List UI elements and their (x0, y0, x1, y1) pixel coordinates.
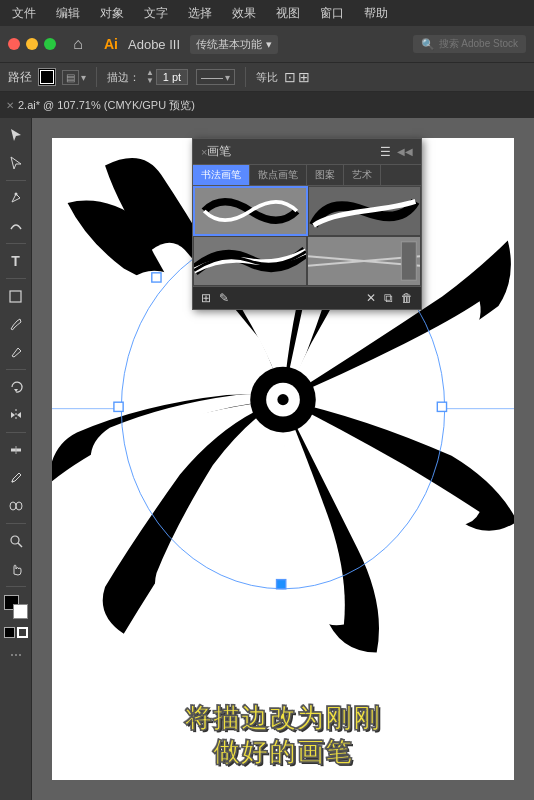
left-toolbar: T (0, 118, 32, 800)
fill-stroke-icons (4, 627, 28, 638)
svg-rect-19 (277, 580, 286, 589)
home-icon[interactable]: ⌂ (66, 32, 90, 56)
brush-tool[interactable] (3, 311, 29, 337)
stroke-label: 描边： (107, 70, 140, 85)
menu-help[interactable]: 帮助 (360, 3, 392, 24)
toolbar-separator-1 (6, 180, 26, 181)
brush-options-icon[interactable]: ✎ (219, 291, 229, 305)
workspace-selector[interactable]: 传统基本功能 ▾ (190, 35, 278, 54)
hand-tool[interactable] (3, 556, 29, 582)
eyedropper-tool[interactable] (3, 465, 29, 491)
main-area: T (0, 118, 534, 800)
brush-list (193, 186, 421, 286)
brush-item-3[interactable] (193, 236, 307, 286)
brush-panel-title: 画笔 (207, 143, 231, 160)
type-tool[interactable]: T (3, 248, 29, 274)
svg-line-2 (18, 348, 21, 351)
menu-edit[interactable]: 编辑 (52, 3, 84, 24)
menu-bar: 文件 编辑 对象 文字 选择 效果 视图 窗口 帮助 (0, 0, 534, 26)
more-tools-button[interactable]: ⋯ (3, 642, 29, 668)
divider-2 (245, 67, 246, 87)
brush-panel-header: × 画笔 ☰ ◀◀ (193, 139, 421, 165)
tab-bar: ✕ 2.ai* @ 107.71% (CMYK/GPU 预览) (0, 92, 534, 118)
divider-1 (96, 67, 97, 87)
menu-object[interactable]: 对象 (96, 3, 128, 24)
brush-libraries-icon[interactable]: ⊞ (201, 291, 211, 305)
brush-item-4[interactable] (307, 236, 421, 286)
tab-close-button[interactable]: ✕ (6, 100, 14, 111)
brush-row-2 (193, 236, 421, 286)
reflect-tool[interactable] (3, 402, 29, 428)
stroke-icon[interactable] (17, 627, 28, 638)
subtitle-overlay: 将描边改为刚刚 做好的画笔 (32, 702, 534, 770)
menu-window[interactable]: 窗口 (316, 3, 348, 24)
minimize-window-button[interactable] (26, 38, 38, 50)
background-color[interactable] (13, 604, 28, 619)
brush-tab-pattern[interactable]: 图案 (307, 165, 344, 185)
align-options: ⊡ ⊞ (284, 69, 310, 85)
brush-panel: × 画笔 ☰ ◀◀ 书法画笔 散点画笔 图案 艺术 (192, 138, 422, 310)
svg-rect-21 (437, 402, 446, 411)
rectangle-tool[interactable] (3, 283, 29, 309)
brush-panel-menu[interactable]: ☰ (380, 145, 391, 159)
document-tab[interactable]: 2.ai* @ 107.71% (CMYK/GPU 预览) (18, 98, 195, 113)
rotate-tool[interactable] (3, 374, 29, 400)
options-bar: 路径 ▤ ▾ 描边： ▲▼ —— ▾ 等比 ⊡ ⊞ (0, 62, 534, 92)
stroke-color[interactable] (38, 68, 56, 86)
close-window-button[interactable] (8, 38, 20, 50)
menu-view[interactable]: 视图 (272, 3, 304, 24)
toolbar-separator-3 (6, 278, 26, 279)
zoom-tool[interactable] (3, 528, 29, 554)
search-icon: 🔍 (421, 38, 435, 51)
brush-tabs: 书法画笔 散点画笔 图案 艺术 (193, 165, 421, 186)
menu-effect[interactable]: 效果 (228, 3, 260, 24)
subtitle-line-2: 做好的画笔 (32, 736, 534, 770)
canvas-area: × 画笔 ☰ ◀◀ 书法画笔 散点画笔 图案 艺术 (32, 118, 534, 800)
brush-row-1 (193, 186, 421, 236)
brush-tab-art[interactable]: 艺术 (344, 165, 381, 185)
brush-duplicate-icon[interactable]: ⧉ (384, 291, 393, 305)
pen-tool[interactable] (3, 185, 29, 211)
stroke-type-selector[interactable]: ▤ ▾ (62, 70, 86, 85)
path-label: 路径 (8, 69, 32, 86)
svg-point-0 (14, 193, 17, 196)
width-tool[interactable] (3, 437, 29, 463)
blend-tool[interactable] (3, 493, 29, 519)
toolbar-separator-2 (6, 243, 26, 244)
svg-point-6 (16, 502, 22, 510)
svg-rect-22 (152, 273, 161, 282)
direct-select-tool[interactable] (3, 150, 29, 176)
select-tool[interactable] (3, 122, 29, 148)
menu-select[interactable]: 选择 (184, 3, 216, 24)
color-selector[interactable] (4, 595, 28, 619)
svg-point-7 (11, 536, 19, 544)
toolbar-separator-4 (6, 369, 26, 370)
svg-point-5 (10, 502, 16, 510)
brush-new-icon[interactable]: 🗑 (401, 291, 413, 305)
brush-tab-scatter[interactable]: 散点画笔 (250, 165, 307, 185)
fill-icon[interactable] (4, 627, 15, 638)
app-logo: Ai (104, 36, 118, 52)
title-bar: ⌂ Ai Adobe III 传统基本功能 ▾ 🔍 搜索 Adobe Stock (0, 26, 534, 62)
toolbar-separator-7 (6, 586, 26, 587)
pencil-tool[interactable] (3, 339, 29, 365)
adobe-stock-search[interactable]: 🔍 搜索 Adobe Stock (413, 35, 526, 53)
stroke-input[interactable] (156, 69, 188, 85)
subtitle-line-1: 将描边改为刚刚 (32, 702, 534, 736)
svg-rect-30 (401, 242, 416, 280)
curvature-tool[interactable] (3, 213, 29, 239)
brush-item-2[interactable] (308, 186, 421, 236)
brush-panel-footer: ⊞ ✎ ✕ ⧉ 🗑 (193, 286, 421, 309)
maximize-window-button[interactable] (44, 38, 56, 50)
menu-file[interactable]: 文件 (8, 3, 40, 24)
brush-panel-collapse[interactable]: ◀◀ (397, 146, 413, 157)
app-name-label: Adobe III (128, 37, 180, 52)
brush-tab-calligraphy[interactable]: 书法画笔 (193, 165, 250, 185)
menu-text[interactable]: 文字 (140, 3, 172, 24)
zoom-label: 等比 (256, 70, 278, 85)
brush-item-1[interactable] (193, 186, 308, 236)
brush-delete-icon[interactable]: ✕ (366, 291, 376, 305)
window-controls (8, 38, 56, 50)
stroke-value-stepper[interactable]: ▲▼ (146, 69, 190, 85)
stroke-style-selector[interactable]: —— ▾ (196, 69, 235, 85)
